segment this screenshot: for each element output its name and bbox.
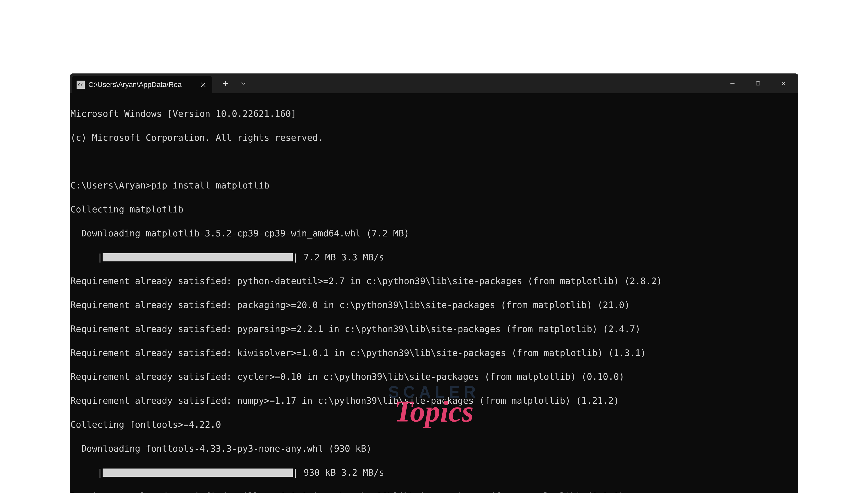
output-line: Microsoft Windows [Version 10.0.22621.16…: [70, 108, 798, 120]
progress-line: || 7.2 MB 3.3 MB/s: [70, 252, 798, 263]
terminal-output[interactable]: Microsoft Windows [Version 10.0.22621.16…: [70, 93, 798, 493]
output-line: Requirement already satisfied: cycler>=0…: [70, 371, 798, 383]
maximize-button[interactable]: [745, 73, 771, 93]
output-line: Requirement already satisfied: kiwisolve…: [70, 347, 798, 359]
svg-text:C:\: C:\: [78, 83, 83, 87]
close-tab-button[interactable]: [199, 80, 208, 89]
output-line: (c) Microsoft Corporation. All rights re…: [70, 132, 798, 144]
titlebar-actions: [212, 73, 249, 93]
terminal-window: C:\ C:\Users\Aryan\AppData\Roa: [70, 73, 798, 493]
output-line: Requirement already satisfied: pyparsing…: [70, 323, 798, 335]
output-line: Requirement already satisfied: python-da…: [70, 275, 798, 287]
progress-bar: [103, 253, 293, 261]
progress-bar: [103, 469, 293, 477]
output-line: Collecting matplotlib: [70, 203, 798, 215]
svg-rect-6: [756, 82, 760, 85]
progress-suffix: | 930 kB 3.2 MB/s: [293, 467, 384, 479]
logo-line-2: Topics: [388, 394, 480, 429]
scaler-topics-logo: SCALER Topics: [388, 383, 480, 429]
tab-dropdown-button[interactable]: [237, 78, 249, 89]
output-line: Downloading matplotlib-3.5.2-cp39-cp39-w…: [70, 228, 798, 239]
titlebar: C:\ C:\Users\Aryan\AppData\Roa: [70, 73, 798, 93]
progress-suffix: | 7.2 MB 3.3 MB/s: [293, 252, 384, 263]
progress-prefix: |: [70, 467, 103, 479]
new-tab-button[interactable]: [220, 78, 231, 89]
minimize-button[interactable]: [720, 73, 745, 93]
window-controls: [720, 73, 798, 93]
progress-prefix: |: [70, 252, 103, 263]
output-line: Downloading fonttools-4.33.3-py3-none-an…: [70, 443, 798, 455]
output-line: [70, 155, 798, 168]
cmd-icon: C:\: [77, 81, 85, 89]
close-window-button[interactable]: [771, 73, 796, 93]
terminal-tab[interactable]: C:\ C:\Users\Aryan\AppData\Roa: [72, 76, 212, 93]
output-line: Requirement already satisfied: packaging…: [70, 299, 798, 311]
prompt-line: C:\Users\Aryan>pip install matplotlib: [70, 179, 798, 192]
output-line: Requirement already satisfied: pillow>=6…: [70, 490, 798, 493]
progress-line: || 930 kB 3.2 MB/s: [70, 467, 798, 479]
tab-title: C:\Users\Aryan\AppData\Roa: [88, 81, 192, 89]
